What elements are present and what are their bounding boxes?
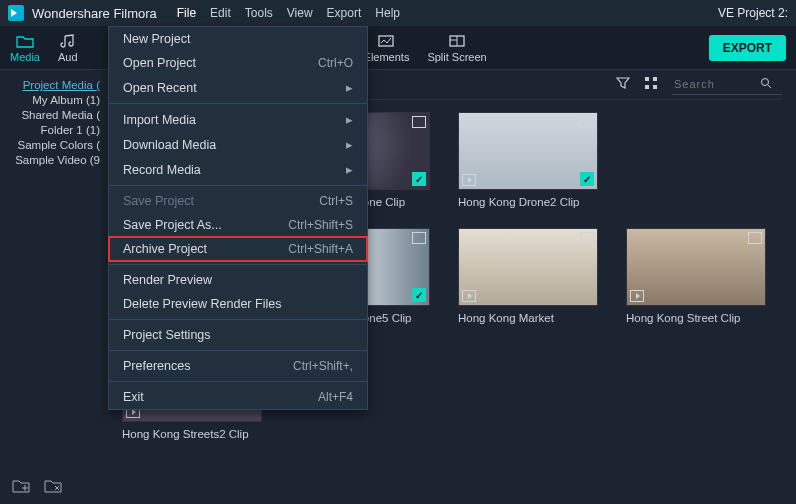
chevron-right-icon: ▸ [346, 112, 353, 127]
project-title: VE Project 2: [718, 6, 788, 20]
footer-icons [12, 478, 62, 494]
check-icon [412, 288, 426, 302]
filter-icon[interactable] [616, 76, 630, 93]
app-logo-icon [8, 5, 24, 21]
app-title: Wondershare Filmora [32, 6, 157, 21]
check-icon [580, 172, 594, 186]
main: New ProjectOpen ProjectCtrl+OOpen Recent… [0, 70, 796, 504]
search-input[interactable] [674, 78, 754, 90]
menu-edit[interactable]: Edit [210, 6, 231, 20]
media-icon [16, 33, 34, 49]
menu-item-new-project[interactable]: New Project [109, 27, 367, 51]
frame-icon [412, 232, 426, 244]
chevron-right-icon: ▸ [346, 80, 353, 95]
sidebar: Project Media (My Album (1)Shared Media … [0, 70, 108, 504]
export-button[interactable]: EXPORT [709, 35, 786, 61]
chevron-right-icon: ▸ [346, 162, 353, 177]
menu-item-open-project[interactable]: Open ProjectCtrl+O [109, 51, 367, 75]
sidebar-item[interactable]: Sample Colors ( [8, 139, 100, 151]
play-icon [462, 290, 476, 302]
clip-item[interactable]: Hong Kong Street Clip [626, 228, 766, 324]
titlebar: Wondershare Filmora FileEditToolsViewExp… [0, 0, 796, 26]
menubar: FileEditToolsViewExportHelp [177, 6, 400, 20]
frame-icon [580, 116, 594, 128]
delete-folder-icon[interactable] [44, 478, 62, 494]
play-icon [630, 290, 644, 302]
clip-thumbnail[interactable] [458, 228, 598, 306]
menu-view[interactable]: View [287, 6, 313, 20]
file-menu-dropdown: New ProjectOpen ProjectCtrl+OOpen Recent… [108, 26, 368, 410]
clip-thumbnail[interactable] [626, 228, 766, 306]
search-icon[interactable] [760, 77, 772, 92]
menu-item-save-project: Save ProjectCtrl+S [109, 189, 367, 213]
menu-tools[interactable]: Tools [245, 6, 273, 20]
chevron-right-icon: ▸ [346, 137, 353, 152]
menu-item-open-recent[interactable]: Open Recent▸ [109, 75, 367, 100]
clip-label: Hong Kong Streets2 Clip [122, 428, 262, 440]
search-box[interactable] [672, 75, 782, 95]
menu-item-record-media[interactable]: Record Media▸ [109, 157, 367, 182]
sidebar-item[interactable]: Folder 1 (1) [8, 124, 100, 136]
grid-icon[interactable] [644, 76, 658, 93]
menu-item-download-media[interactable]: Download Media▸ [109, 132, 367, 157]
clip-item[interactable]: Hong Kong Drone2 Clip [458, 112, 598, 208]
menu-item-preferences[interactable]: PreferencesCtrl+Shift+, [109, 354, 367, 378]
sidebar-item[interactable]: Shared Media ( [8, 109, 100, 121]
sidebar-item[interactable]: Sample Video (9 [8, 154, 100, 166]
svg-rect-5 [653, 77, 657, 81]
menu-file[interactable]: File [177, 6, 196, 20]
frame-icon [412, 116, 426, 128]
menu-item-render-preview[interactable]: Render Preview [109, 268, 367, 292]
svg-rect-7 [653, 85, 657, 89]
svg-rect-0 [379, 36, 393, 46]
new-folder-icon[interactable] [12, 478, 30, 494]
tab-audio[interactable]: Aud [58, 33, 78, 63]
svg-line-9 [768, 85, 771, 88]
clip-item[interactable]: Hong Kong Market [458, 228, 598, 324]
sidebar-item[interactable]: My Album (1) [8, 94, 100, 106]
check-icon [412, 172, 426, 186]
menu-item-delete-preview-render-files[interactable]: Delete Preview Render Files [109, 292, 367, 316]
elements-icon [377, 33, 395, 49]
svg-rect-4 [645, 77, 649, 81]
clip-thumbnail[interactable] [458, 112, 598, 190]
tab-split-screen[interactable]: Split Screen [427, 33, 486, 63]
sidebar-item[interactable]: Project Media ( [8, 79, 100, 91]
audio-icon [59, 33, 77, 49]
clip-label: Hong Kong Street Clip [626, 312, 766, 324]
clip-label: Hong Kong Drone2 Clip [458, 196, 598, 208]
svg-rect-6 [645, 85, 649, 89]
menu-item-save-project-as-[interactable]: Save Project As...Ctrl+Shift+S [109, 213, 367, 237]
frame-icon [748, 232, 762, 244]
menu-item-project-settings[interactable]: Project Settings [109, 323, 367, 347]
play-icon [462, 174, 476, 186]
svg-point-8 [762, 78, 769, 85]
split-screen-icon [448, 33, 466, 49]
menu-help[interactable]: Help [375, 6, 400, 20]
tab-elements[interactable]: Elements [364, 33, 410, 63]
clip-label: Hong Kong Market [458, 312, 598, 324]
menu-item-exit[interactable]: ExitAlt+F4 [109, 385, 367, 409]
menu-export[interactable]: Export [327, 6, 362, 20]
frame-icon [580, 232, 594, 244]
menu-item-import-media[interactable]: Import Media▸ [109, 107, 367, 132]
menu-item-archive-project[interactable]: Archive ProjectCtrl+Shift+A [109, 237, 367, 261]
tab-media[interactable]: Media [10, 33, 40, 63]
